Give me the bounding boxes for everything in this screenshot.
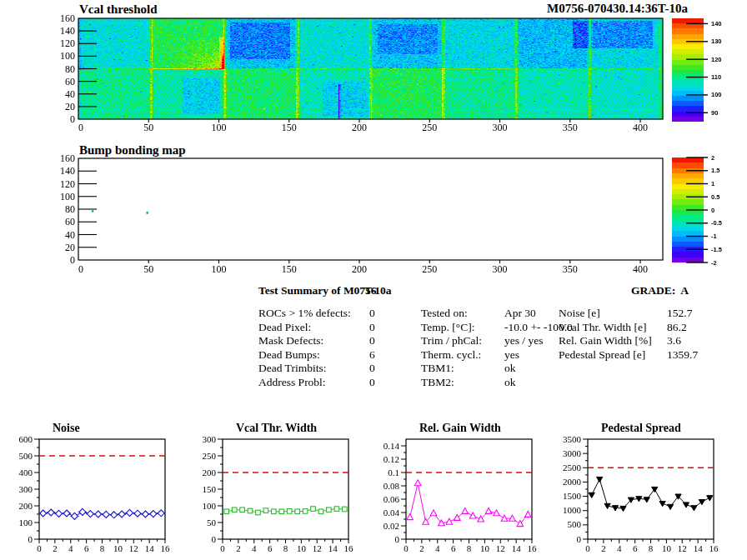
x-tick-label: 2 [419, 543, 424, 553]
summary-conditions-value: yes / yes [504, 334, 544, 348]
colorbar-tick-label: 0.5 [711, 193, 719, 201]
subplot-frame [39, 439, 165, 539]
summary-conditions-label: TBM2: [421, 376, 454, 389]
y-tick-label: 0.1 [388, 468, 399, 478]
summary-conditions-value: yes [504, 348, 519, 362]
summary-results-value: 3.6 [667, 334, 681, 348]
colorbar-tick-label: 100 [711, 91, 722, 98]
summary-conditions-label: Temp. [°C]: [421, 321, 474, 334]
y-tick-label: 0 [395, 534, 400, 544]
x-tick-label: 250 [422, 122, 437, 133]
x-tick-label: 150 [282, 263, 297, 275]
x-tick-label: 0 [585, 543, 590, 553]
y-tick-label: 60 [65, 216, 75, 228]
colorbar-tick-label: 90 [711, 109, 718, 117]
marker-diamond [71, 512, 78, 519]
x-tick-label: 6 [84, 543, 89, 553]
summary-conditions-label: Tested on: [421, 307, 468, 320]
colorbar-tick-label: 110 [711, 73, 721, 81]
summary-defects-value: 0 [369, 362, 375, 375]
y-tick-label: 250 [203, 451, 217, 461]
y-tick-label: 500 [19, 451, 33, 461]
marker-triangle [469, 512, 476, 518]
x-tick-label: 250 [422, 263, 437, 275]
y-tick-label: 0.08 [384, 481, 400, 491]
x-tick-label: 14 [145, 543, 155, 553]
x-tick-label: 16 [528, 543, 538, 553]
x-tick-label: 2 [53, 543, 58, 553]
colorbar-tick-label: 120 [711, 56, 722, 63]
x-tick-label: 12 [313, 543, 322, 553]
summary-defects-label: Dead Pixel: [258, 321, 311, 334]
marker-diamond [134, 510, 141, 517]
summary-conditions-label: Trim / phCal: [421, 334, 482, 348]
subplot-title: Rel. Gain Width [419, 422, 501, 435]
marker-filled-triangle [699, 499, 704, 504]
x-tick-label: 100 [212, 263, 227, 275]
marker-square [232, 508, 237, 512]
x-tick-label: 0 [78, 122, 83, 133]
x-tick-label: 6 [633, 543, 638, 553]
marker-diamond [79, 508, 86, 515]
x-tick-label: 14 [512, 543, 522, 553]
y-tick-label: 0 [70, 254, 75, 266]
marker-square [295, 509, 300, 514]
marker-diamond [127, 509, 133, 516]
y-tick-label: 160 [60, 152, 75, 164]
summary-conditions-value: ok [504, 376, 516, 389]
summary-defects-label: Dead Bumps: [258, 348, 320, 362]
x-tick-label: 4 [68, 543, 73, 553]
x-tick-label: 0 [404, 543, 409, 553]
marker-diamond [63, 510, 70, 517]
bump-defect-point [92, 210, 93, 212]
y-tick-label: 140 [60, 25, 75, 37]
summary-defects-label: Address Probl: [258, 376, 326, 389]
summary-defects-label: Dead Trimbits: [258, 362, 326, 375]
subplot-title: Pedestal Spread [601, 422, 681, 435]
y-tick-label: 100 [60, 50, 75, 62]
map-frame [78, 18, 663, 119]
marker-diamond [158, 510, 164, 517]
x-tick-label: 50 [143, 263, 153, 275]
marker-square [334, 507, 339, 512]
marker-square [240, 508, 245, 512]
y-tick-label: 2500 [563, 462, 582, 472]
y-tick-label: 160 [60, 12, 75, 24]
x-tick-label: 8 [100, 543, 105, 553]
marker-square [272, 509, 277, 514]
y-tick-label: 0 [577, 534, 582, 544]
x-tick-label: 100 [212, 122, 227, 133]
x-tick-label: 8 [649, 543, 654, 553]
marker-diamond [40, 510, 47, 517]
x-tick-label: 6 [451, 543, 456, 553]
x-tick-label: 16 [344, 543, 354, 553]
subplot-frame [223, 439, 348, 539]
colorbar-tick-label: -2 [711, 259, 717, 267]
x-tick-label: 10 [480, 543, 490, 553]
colorbar-tick-label: -1.5 [711, 246, 722, 253]
marker-triangle [407, 514, 414, 520]
summary-defects-label: Mask Defects: [258, 334, 323, 348]
y-tick-label: 1000 [563, 505, 582, 515]
y-tick-label: 20 [65, 101, 75, 112]
marker-diamond [87, 511, 93, 518]
summary-results-value: 1359.7 [667, 348, 698, 362]
colorbar-tick-label: 130 [711, 38, 722, 45]
y-tick-label: 100 [19, 518, 33, 528]
x-tick-label: 4 [435, 543, 440, 553]
test-summary-page: Vcal threshold M0756-070430.14:36T-10a B… [0, 0, 747, 560]
y-tick-label: 0.06 [384, 494, 400, 504]
x-tick-label: 10 [662, 543, 672, 553]
x-tick-label: 0 [78, 263, 83, 275]
y-tick-label: 500 [568, 519, 582, 529]
y-tick-label: 0.04 [384, 508, 400, 518]
marker-diamond [150, 511, 157, 518]
y-tick-label: 0.14 [384, 441, 400, 451]
marker-square [342, 507, 347, 512]
x-tick-label: 2 [601, 543, 606, 553]
x-tick-label: 16 [709, 543, 719, 553]
marker-filled-triangle [707, 496, 713, 501]
summary-conditions-value: ok [504, 362, 516, 375]
summary-results-label: Vcal Thr. Width [e] [559, 321, 646, 334]
bump-defect-point [147, 212, 148, 214]
